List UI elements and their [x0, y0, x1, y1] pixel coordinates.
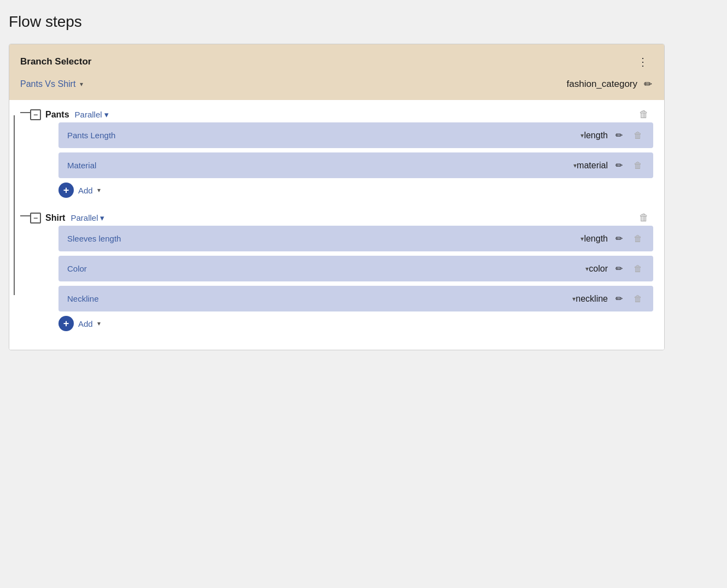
shirt-parallel-dropdown[interactable]: Parallel ▾	[71, 213, 104, 223]
shirt-add-row: + Add ▾	[58, 316, 653, 331]
shirt-mode-arrow-icon: ▾	[100, 213, 104, 223]
branches-content: − Pants Parallel ▾ 🗑 Pants Length ▾ leng…	[9, 100, 664, 350]
branch-item-shirt: − Shirt Parallel ▾ 🗑 Sleeves length ▾ le…	[20, 210, 653, 340]
material-label: Material	[67, 161, 569, 170]
material-edit-button[interactable]: ✏	[613, 159, 625, 172]
color-label: Color	[67, 264, 581, 273]
sleeves-length-value: length	[584, 234, 608, 244]
pants-add-button[interactable]: +	[58, 183, 74, 198]
pants-add-row: + Add ▾	[58, 183, 653, 198]
neckline-edit-button[interactable]: ✏	[613, 292, 625, 305]
branch-selector-title: Branch Selector	[20, 56, 91, 67]
pants-connector	[20, 107, 30, 113]
more-menu-button[interactable]: ⋮	[633, 53, 653, 70]
neckline-item: Neckline ▾ neckline ✏ 🗑	[58, 286, 653, 311]
branch-dropdown-arrow-icon: ▾	[80, 80, 83, 88]
pants-label: Pants	[45, 110, 69, 120]
branch-selector-row: Pants Vs Shirt ▾ fashion_category ✏	[20, 77, 653, 91]
pants-length-label: Pants Length	[67, 131, 576, 140]
branch-selector-title-row: Branch Selector ⋮	[20, 53, 653, 70]
neckline-value: neckline	[576, 294, 608, 304]
branch-selector-header: Branch Selector ⋮ Pants Vs Shirt ▾ fashi…	[9, 44, 664, 100]
pants-sub-items: Pants Length ▾ length ✏ 🗑 Material ▾ mat…	[58, 122, 653, 178]
material-item: Material ▾ material ✏ 🗑	[58, 152, 653, 178]
pants-mode-arrow-icon: ▾	[104, 110, 109, 120]
pants-content: − Pants Parallel ▾ 🗑 Pants Length ▾ leng…	[30, 107, 653, 207]
page-title: Flow steps	[9, 9, 718, 35]
category-value: fashion_category	[567, 79, 637, 90]
pants-add-arrow-icon[interactable]: ▾	[97, 186, 101, 194]
sleeves-length-item: Sleeves length ▾ length ✏ 🗑	[58, 226, 653, 251]
pants-delete-button[interactable]: 🗑	[635, 107, 653, 122]
pants-mode-label: Parallel	[75, 110, 102, 119]
pants-length-item: Pants Length ▾ length ✏ 🗑	[58, 122, 653, 148]
pants-length-delete-button[interactable]: 🗑	[631, 130, 644, 142]
category-edit-button[interactable]: ✏	[643, 77, 653, 91]
pants-h-line	[20, 112, 30, 113]
color-item: Color ▾ color ✏ 🗑	[58, 256, 653, 281]
branch-item-pants: − Pants Parallel ▾ 🗑 Pants Length ▾ leng…	[20, 107, 653, 207]
pants-length-value: length	[584, 131, 608, 140]
pants-add-label: Add	[78, 186, 93, 195]
shirt-add-label: Add	[78, 319, 93, 328]
material-value: material	[577, 161, 608, 170]
shirt-collapse-button[interactable]: −	[30, 213, 41, 224]
color-value: color	[589, 264, 608, 274]
shirt-label: Shirt	[45, 213, 65, 223]
flow-container: Branch Selector ⋮ Pants Vs Shirt ▾ fashi…	[9, 44, 665, 350]
shirt-delete-button[interactable]: 🗑	[635, 210, 653, 226]
category-row: fashion_category ✏	[567, 77, 653, 91]
shirt-add-button[interactable]: +	[58, 316, 74, 331]
neckline-delete-button[interactable]: 🗑	[631, 293, 644, 305]
color-edit-button[interactable]: ✏	[613, 262, 625, 275]
neckline-label: Neckline	[67, 294, 568, 303]
branch-dropdown-label: Pants Vs Shirt	[20, 79, 75, 89]
sleeves-length-delete-button[interactable]: 🗑	[631, 233, 644, 245]
sleeves-length-label: Sleeves length	[67, 234, 576, 243]
shirt-main-row: − Shirt Parallel ▾ 🗑	[30, 210, 653, 226]
shirt-h-line	[20, 215, 30, 216]
pants-main-row: − Pants Parallel ▾ 🗑	[30, 107, 653, 122]
shirt-add-arrow-icon[interactable]: ▾	[97, 320, 101, 327]
pants-parallel-dropdown[interactable]: Parallel ▾	[75, 110, 109, 120]
shirt-sub-items: Sleeves length ▾ length ✏ 🗑 Color ▾ colo…	[58, 226, 653, 311]
material-delete-button[interactable]: 🗑	[631, 160, 644, 172]
shirt-connector	[20, 210, 30, 216]
shirt-content: − Shirt Parallel ▾ 🗑 Sleeves length ▾ le…	[30, 210, 653, 340]
branch-dropdown[interactable]: Pants Vs Shirt ▾	[20, 79, 83, 89]
pants-length-edit-button[interactable]: ✏	[613, 129, 625, 142]
sleeves-length-edit-button[interactable]: ✏	[613, 232, 625, 245]
color-delete-button[interactable]: 🗑	[631, 263, 644, 275]
shirt-mode-label: Parallel	[71, 213, 98, 222]
pants-collapse-button[interactable]: −	[30, 109, 41, 120]
